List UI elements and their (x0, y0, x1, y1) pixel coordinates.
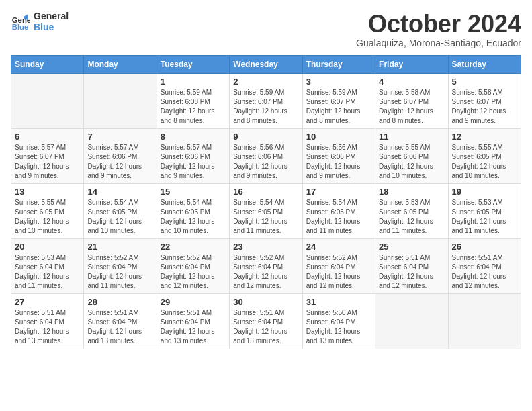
calendar-cell (375, 293, 448, 349)
logo-icon: General Blue (11, 12, 30, 31)
day-number: 6 (15, 132, 80, 142)
day-number: 3 (306, 77, 371, 87)
week-row-1: 1Sunrise: 5:59 AM Sunset: 6:08 PM Daylig… (11, 73, 521, 128)
calendar-cell: 2Sunrise: 5:59 AM Sunset: 6:07 PM Daylig… (230, 73, 302, 128)
day-info: Sunrise: 5:59 AM Sunset: 6:08 PM Dayligh… (161, 88, 226, 126)
day-info: Sunrise: 5:57 AM Sunset: 6:06 PM Dayligh… (87, 143, 152, 181)
calendar-cell: 28Sunrise: 5:51 AM Sunset: 6:04 PM Dayli… (84, 293, 157, 349)
header-thursday: Thursday (302, 55, 375, 73)
calendar-cell: 29Sunrise: 5:51 AM Sunset: 6:04 PM Dayli… (157, 293, 229, 349)
day-info: Sunrise: 5:52 AM Sunset: 6:04 PM Dayligh… (306, 253, 371, 291)
day-info: Sunrise: 5:50 AM Sunset: 6:04 PM Dayligh… (306, 308, 371, 346)
calendar-cell: 14Sunrise: 5:54 AM Sunset: 6:05 PM Dayli… (84, 183, 157, 238)
day-number: 12 (452, 132, 517, 142)
week-row-2: 6Sunrise: 5:57 AM Sunset: 6:07 PM Daylig… (11, 128, 521, 183)
day-number: 27 (15, 297, 80, 307)
calendar-cell (448, 293, 521, 349)
calendar-cell: 31Sunrise: 5:50 AM Sunset: 6:04 PM Dayli… (302, 293, 375, 349)
day-info: Sunrise: 5:51 AM Sunset: 6:04 PM Dayligh… (233, 308, 298, 346)
day-number: 9 (233, 132, 298, 142)
day-number: 20 (15, 242, 80, 252)
day-info: Sunrise: 5:54 AM Sunset: 6:05 PM Dayligh… (87, 198, 152, 236)
day-info: Sunrise: 5:53 AM Sunset: 6:05 PM Dayligh… (379, 198, 444, 236)
day-info: Sunrise: 5:56 AM Sunset: 6:06 PM Dayligh… (233, 143, 298, 181)
day-info: Sunrise: 5:52 AM Sunset: 6:04 PM Dayligh… (233, 253, 298, 291)
title-block: October 2024 Gualaquiza, Morona-Santiago… (356, 11, 521, 48)
day-number: 7 (87, 132, 152, 142)
day-number: 21 (87, 242, 152, 252)
calendar-cell: 24Sunrise: 5:52 AM Sunset: 6:04 PM Dayli… (302, 238, 375, 293)
day-number: 4 (379, 77, 444, 87)
header-tuesday: Tuesday (157, 55, 229, 73)
week-row-5: 27Sunrise: 5:51 AM Sunset: 6:04 PM Dayli… (11, 293, 521, 349)
day-info: Sunrise: 5:54 AM Sunset: 6:05 PM Dayligh… (233, 198, 298, 236)
calendar-cell: 4Sunrise: 5:58 AM Sunset: 6:07 PM Daylig… (375, 73, 448, 128)
calendar-cell: 23Sunrise: 5:52 AM Sunset: 6:04 PM Dayli… (230, 238, 302, 293)
day-number: 17 (306, 187, 371, 197)
day-info: Sunrise: 5:51 AM Sunset: 6:04 PM Dayligh… (452, 253, 517, 291)
calendar-table: SundayMondayTuesdayWednesdayThursdayFrid… (11, 55, 521, 349)
calendar-cell: 7Sunrise: 5:57 AM Sunset: 6:06 PM Daylig… (84, 128, 157, 183)
day-number: 2 (233, 77, 298, 87)
svg-text:Blue: Blue (12, 23, 29, 31)
day-number: 11 (379, 132, 444, 142)
day-info: Sunrise: 5:53 AM Sunset: 6:04 PM Dayligh… (15, 253, 80, 291)
day-info: Sunrise: 5:57 AM Sunset: 6:07 PM Dayligh… (15, 143, 80, 181)
day-info: Sunrise: 5:51 AM Sunset: 6:04 PM Dayligh… (87, 308, 152, 346)
day-info: Sunrise: 5:57 AM Sunset: 6:06 PM Dayligh… (161, 143, 226, 181)
day-number: 18 (379, 187, 444, 197)
header-sunday: Sunday (11, 55, 84, 73)
day-number: 5 (452, 77, 517, 87)
calendar-cell: 30Sunrise: 5:51 AM Sunset: 6:04 PM Dayli… (230, 293, 302, 349)
calendar-cell: 16Sunrise: 5:54 AM Sunset: 6:05 PM Dayli… (230, 183, 302, 238)
calendar-cell: 8Sunrise: 5:57 AM Sunset: 6:06 PM Daylig… (157, 128, 229, 183)
calendar-cell (84, 73, 157, 128)
calendar-body: 1Sunrise: 5:59 AM Sunset: 6:08 PM Daylig… (11, 73, 521, 349)
day-info: Sunrise: 5:53 AM Sunset: 6:05 PM Dayligh… (452, 198, 517, 236)
calendar-cell: 19Sunrise: 5:53 AM Sunset: 6:05 PM Dayli… (448, 183, 521, 238)
logo-line1: General (34, 11, 69, 21)
header-wednesday: Wednesday (230, 55, 302, 73)
day-number: 13 (15, 187, 80, 197)
day-number: 1 (161, 77, 226, 87)
day-info: Sunrise: 5:56 AM Sunset: 6:06 PM Dayligh… (306, 143, 371, 181)
day-info: Sunrise: 5:52 AM Sunset: 6:04 PM Dayligh… (161, 253, 226, 291)
day-number: 26 (452, 242, 517, 252)
day-number: 31 (306, 297, 371, 307)
calendar-cell: 11Sunrise: 5:55 AM Sunset: 6:06 PM Dayli… (375, 128, 448, 183)
calendar-cell: 26Sunrise: 5:51 AM Sunset: 6:04 PM Dayli… (448, 238, 521, 293)
calendar-cell: 21Sunrise: 5:52 AM Sunset: 6:04 PM Dayli… (84, 238, 157, 293)
calendar-cell: 20Sunrise: 5:53 AM Sunset: 6:04 PM Dayli… (11, 238, 84, 293)
calendar-cell: 3Sunrise: 5:59 AM Sunset: 6:07 PM Daylig… (302, 73, 375, 128)
calendar-cell: 25Sunrise: 5:51 AM Sunset: 6:04 PM Dayli… (375, 238, 448, 293)
day-info: Sunrise: 5:54 AM Sunset: 6:05 PM Dayligh… (306, 198, 371, 236)
calendar-cell: 13Sunrise: 5:55 AM Sunset: 6:05 PM Dayli… (11, 183, 84, 238)
day-info: Sunrise: 5:51 AM Sunset: 6:04 PM Dayligh… (379, 253, 444, 291)
logo-line2: Blue (34, 21, 69, 32)
day-number: 30 (233, 297, 298, 307)
calendar-cell: 6Sunrise: 5:57 AM Sunset: 6:07 PM Daylig… (11, 128, 84, 183)
day-number: 15 (161, 187, 226, 197)
day-number: 28 (87, 297, 152, 307)
day-number: 10 (306, 132, 371, 142)
calendar-cell: 18Sunrise: 5:53 AM Sunset: 6:05 PM Dayli… (375, 183, 448, 238)
day-number: 19 (452, 187, 517, 197)
month-title: October 2024 (356, 11, 521, 38)
calendar-cell: 5Sunrise: 5:58 AM Sunset: 6:07 PM Daylig… (448, 73, 521, 128)
header-row: SundayMondayTuesdayWednesdayThursdayFrid… (11, 55, 521, 73)
header-monday: Monday (84, 55, 157, 73)
calendar-header: SundayMondayTuesdayWednesdayThursdayFrid… (11, 55, 521, 73)
calendar-cell: 15Sunrise: 5:54 AM Sunset: 6:05 PM Dayli… (157, 183, 229, 238)
calendar-cell: 27Sunrise: 5:51 AM Sunset: 6:04 PM Dayli… (11, 293, 84, 349)
day-info: Sunrise: 5:59 AM Sunset: 6:07 PM Dayligh… (306, 88, 371, 126)
header-friday: Friday (375, 55, 448, 73)
header-saturday: Saturday (448, 55, 521, 73)
day-info: Sunrise: 5:58 AM Sunset: 6:07 PM Dayligh… (452, 88, 517, 126)
day-info: Sunrise: 5:51 AM Sunset: 6:04 PM Dayligh… (161, 308, 226, 346)
day-number: 14 (87, 187, 152, 197)
day-number: 22 (161, 242, 226, 252)
calendar-cell: 12Sunrise: 5:55 AM Sunset: 6:05 PM Dayli… (448, 128, 521, 183)
calendar-cell: 10Sunrise: 5:56 AM Sunset: 6:06 PM Dayli… (302, 128, 375, 183)
logo: General Blue General Blue (11, 11, 69, 32)
day-info: Sunrise: 5:58 AM Sunset: 6:07 PM Dayligh… (379, 88, 444, 126)
